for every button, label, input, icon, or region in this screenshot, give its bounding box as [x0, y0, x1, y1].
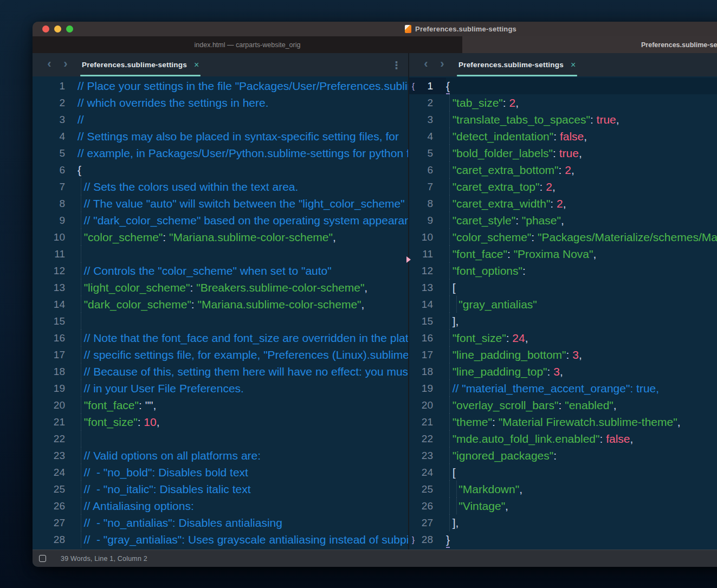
code-text: "bold_folder_labels": true,	[446, 145, 582, 161]
code-text: // Antialiasing options:	[77, 497, 194, 514]
line-number: 17	[422, 349, 433, 360]
code-text: "font_options":	[446, 262, 526, 279]
indent-guide	[81, 481, 81, 497]
tab-close-icon[interactable]: ×	[194, 61, 199, 69]
gutter-cell: 4	[409, 128, 446, 145]
line-number: 26	[54, 500, 65, 512]
tab-overflow-menu-icon[interactable]: ⋮	[391, 59, 402, 71]
history-back-icon[interactable]: ‹	[420, 58, 432, 72]
code-token: :	[553, 130, 560, 143]
left-editor[interactable]: 1// Place your settings in the file "Pac…	[33, 76, 408, 550]
background-window-titlebar[interactable]: index.html — carparts-website_orig	[33, 36, 462, 53]
line-number: 9	[427, 215, 433, 226]
code-token: 2	[509, 96, 515, 109]
code-token: :	[559, 164, 565, 176]
history-forward-icon[interactable]: ›	[436, 58, 448, 72]
pane-divider[interactable]	[408, 53, 409, 550]
close-window-button[interactable]	[42, 25, 49, 33]
code-text: "Vintage",	[446, 497, 508, 514]
code-line: 12 // Controls the "color_scheme" when s…	[33, 262, 408, 279]
code-token: ,	[456, 516, 459, 529]
indent-guide	[81, 346, 81, 363]
code-token: ,	[561, 214, 564, 227]
tab-close-icon[interactable]: ×	[571, 61, 576, 69]
code-line: 13 "light_color_scheme": "Breakers.subli…	[33, 279, 408, 296]
editor-split-view: ‹ › Preferences.sublime-settings × ⋮ 1//…	[33, 53, 717, 550]
code-line: 8 // The value "auto" will switch betwee…	[33, 195, 408, 212]
code-token: "Material Firewatch.sublime-theme"	[499, 416, 677, 428]
code-text: // Because of this, setting them here wi…	[77, 363, 408, 380]
history-forward-icon[interactable]: ›	[60, 58, 72, 72]
code-text: {	[77, 161, 81, 178]
code-token: ,	[361, 298, 365, 311]
code-token: "caret_extra_bottom"	[446, 164, 559, 176]
code-token: :	[553, 449, 557, 462]
minimize-window-button[interactable]	[54, 25, 61, 33]
line-number: 21	[422, 416, 433, 428]
tab-preferences-left[interactable]: Preferences.sublime-settings ×	[80, 53, 201, 76]
code-token: "Markdown"	[446, 483, 519, 495]
code-line: 21 "font_size": 10,	[33, 413, 408, 430]
line-number: 13	[54, 282, 65, 293]
code-token: :	[566, 348, 573, 361]
code-token: true	[597, 113, 616, 126]
sidebar-toggle-icon[interactable]	[39, 555, 46, 562]
right-editor[interactable]: {1{2 "tab_size": 2,3 "translate_tabs_to_…	[409, 76, 717, 550]
line-number: 2	[427, 97, 433, 108]
indent-guide	[81, 447, 81, 464]
gutter-cell: 16	[409, 329, 446, 346]
line-number: 10	[422, 231, 433, 243]
code-token: // "dark_color_scheme" based on the oper…	[77, 214, 408, 227]
code-line: 22 "mde.auto_fold_link.enabled": false,	[409, 430, 717, 447]
code-token: // which overrides the settings in here.	[77, 96, 269, 109]
background-window-title: index.html — carparts-website_orig	[195, 41, 301, 49]
indent-guide	[449, 380, 450, 397]
code-token: ,	[571, 164, 574, 176]
indent-guide	[449, 111, 450, 128]
code-token: // Place your settings in the file "Pack…	[77, 80, 408, 92]
indent-guide	[449, 397, 450, 413]
code-token: // Controls the "color_scheme" when set …	[77, 264, 332, 277]
code-line: 7 "caret_extra_top": 2,	[409, 178, 717, 195]
code-token: // specific settings file, for example, …	[77, 348, 408, 361]
line-number: 3	[427, 114, 433, 125]
gutter-cell: 27	[409, 514, 446, 531]
indent-guide	[449, 313, 450, 329]
code-token: :	[590, 113, 597, 126]
code-token: "overlay_scroll_bars"	[446, 399, 559, 411]
line-number: 6	[59, 164, 65, 176]
code-token: ,	[456, 315, 459, 327]
code-token: false	[560, 130, 584, 143]
code-line: 9 "caret_style": "phase",	[409, 212, 717, 229]
background-window2-titlebar[interactable]: Preferences.sublime-settings	[462, 36, 717, 53]
code-line: 11	[33, 245, 408, 262]
gutter-bracket-icon: {	[412, 77, 415, 94]
code-token: ,	[579, 348, 582, 361]
code-text: // which overrides the settings in here.	[77, 94, 269, 111]
code-token: ,	[677, 416, 681, 428]
code-line: 23 // Valid options on all platforms are…	[33, 447, 408, 464]
right-pane: ‹ › Preferences.sublime-settings × {1{2 …	[409, 53, 717, 550]
code-token: // Antialiasing options:	[77, 500, 194, 512]
gutter-cell: 15	[409, 313, 446, 329]
line-number: 14	[54, 299, 65, 310]
history-back-icon[interactable]: ‹	[43, 58, 55, 72]
indent-guide	[449, 363, 450, 380]
indent-guide	[449, 481, 450, 497]
code-token: ,	[552, 180, 555, 193]
zoom-window-button[interactable]	[66, 25, 73, 33]
gutter-cell: 8	[409, 195, 446, 212]
indent-guide	[456, 497, 457, 514]
line-number: 16	[54, 332, 65, 344]
code-line: 18 // Because of this, setting them here…	[33, 363, 408, 380]
line-number: 7	[427, 181, 433, 192]
code-token: "Mariana.sublime-color-scheme"	[198, 298, 361, 311]
tab-preferences-right[interactable]: Preferences.sublime-settings ×	[457, 53, 577, 76]
tab-label: Preferences.sublime-settings	[458, 61, 564, 69]
code-text: {	[446, 77, 450, 94]
code-token: // example, in Packages/User/Python.subl…	[77, 147, 408, 159]
code-token: : "",	[139, 399, 156, 411]
background-windows-strip: index.html — carparts-website_orig Prefe…	[33, 36, 717, 53]
gutter-cell: 13	[409, 279, 446, 296]
code-token: "phase"	[522, 214, 561, 227]
